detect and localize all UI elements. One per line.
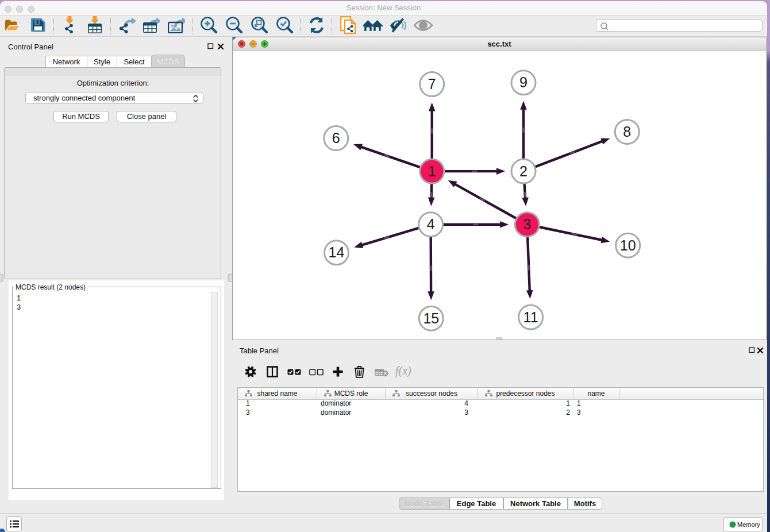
svg-text:4: 4 [427, 216, 435, 232]
svg-text:9: 9 [519, 74, 528, 90]
svg-text:7: 7 [428, 76, 436, 92]
svg-text:6: 6 [332, 130, 340, 146]
svg-text:15: 15 [423, 310, 439, 326]
svg-text:14: 14 [329, 244, 345, 260]
svg-text:10: 10 [620, 237, 636, 253]
svg-text:3: 3 [523, 216, 531, 232]
svg-text:1: 1 [428, 163, 436, 179]
svg-text:8: 8 [623, 124, 631, 140]
svg-text:11: 11 [523, 309, 538, 325]
svg-text:2: 2 [519, 163, 528, 179]
